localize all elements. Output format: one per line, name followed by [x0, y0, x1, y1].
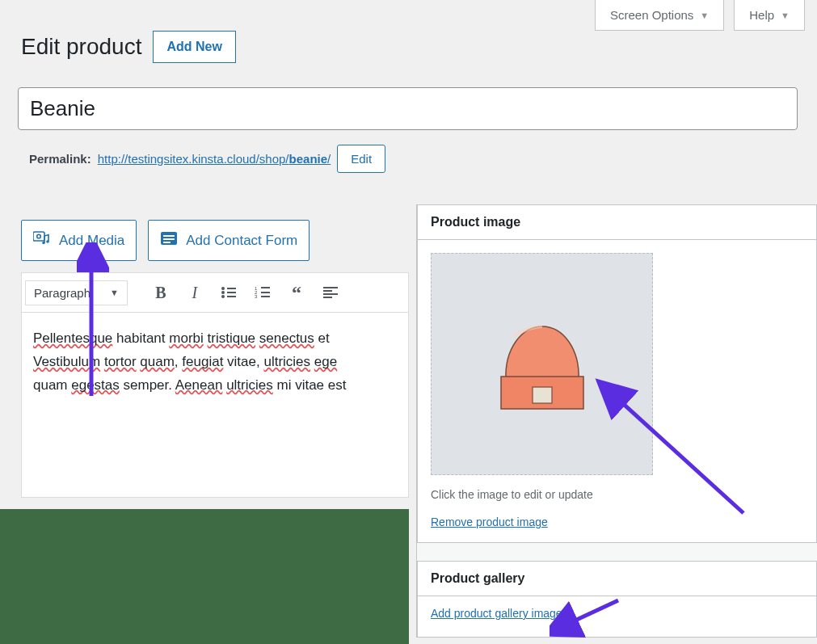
- product-gallery-panel: Product gallery Add product gallery imag…: [417, 561, 817, 638]
- editor-line: quam egestas semper. Aenean ultricies mi…: [33, 374, 397, 398]
- permalink-link[interactable]: http://testingsitex.kinsta.cloud/shop/be…: [98, 152, 331, 166]
- svg-rect-17: [261, 292, 270, 293]
- content-editor[interactable]: Pellentesque habitant morbi tristique se…: [21, 312, 409, 498]
- camera-music-icon: [33, 230, 51, 250]
- permalink-label: Permalink:: [29, 152, 91, 166]
- add-gallery-images-link[interactable]: Add product gallery images: [431, 607, 568, 620]
- help-label: Help: [749, 8, 774, 22]
- product-title-input[interactable]: [18, 87, 798, 130]
- blockquote-button[interactable]: “: [281, 278, 312, 307]
- svg-rect-7: [163, 242, 171, 243]
- svg-point-12: [221, 295, 225, 298]
- svg-rect-19: [261, 296, 270, 297]
- svg-point-8: [221, 287, 225, 290]
- chevron-down-icon: ▼: [781, 11, 790, 20]
- screen-options-tab[interactable]: Screen Options ▼: [595, 0, 724, 31]
- editor-line: Pellentesque habitant morbi tristique se…: [33, 327, 397, 351]
- product-image-heading: Product image: [418, 205, 816, 240]
- page-title: Edit product: [21, 34, 141, 60]
- editor-toolbar: Paragraph ▼ B I 123 “: [21, 272, 409, 312]
- svg-rect-15: [261, 287, 270, 288]
- add-media-label: Add Media: [59, 233, 124, 249]
- add-contact-form-button[interactable]: Add Contact Form: [148, 220, 310, 261]
- decorative-block: [0, 509, 409, 644]
- chevron-down-icon: ▼: [110, 288, 119, 297]
- beanie-icon: [482, 304, 603, 425]
- help-tab[interactable]: Help ▼: [734, 0, 805, 31]
- svg-rect-6: [163, 238, 175, 240]
- italic-button[interactable]: I: [179, 278, 210, 307]
- svg-rect-13: [227, 296, 236, 297]
- svg-rect-21: [323, 290, 332, 292]
- svg-rect-9: [227, 288, 236, 289]
- screen-options-label: Screen Options: [610, 8, 693, 22]
- product-image-panel: Product image Click the image to edit or…: [417, 204, 817, 543]
- svg-point-10: [221, 291, 225, 294]
- svg-rect-11: [227, 292, 236, 293]
- bold-button[interactable]: B: [145, 278, 176, 307]
- edit-permalink-button[interactable]: Edit: [337, 145, 385, 173]
- remove-product-image-link[interactable]: Remove product image: [431, 516, 548, 528]
- svg-point-3: [46, 240, 49, 243]
- product-image-thumbnail[interactable]: [431, 253, 653, 475]
- format-select-label: Paragraph: [34, 286, 91, 300]
- align-left-button[interactable]: [315, 278, 346, 307]
- svg-rect-5: [163, 235, 175, 237]
- svg-rect-24: [533, 387, 552, 403]
- format-select[interactable]: Paragraph ▼: [25, 280, 128, 305]
- product-image-help: Click the image to edit or update: [431, 488, 803, 501]
- svg-rect-22: [323, 293, 338, 295]
- chevron-down-icon: ▼: [700, 11, 709, 20]
- numbered-list-button[interactable]: 123: [247, 278, 278, 307]
- add-contact-form-label: Add Contact Form: [186, 233, 297, 249]
- svg-rect-23: [323, 297, 332, 298]
- form-icon: [160, 231, 178, 250]
- svg-point-2: [42, 242, 45, 245]
- svg-text:3: 3: [255, 294, 258, 299]
- add-new-button[interactable]: Add New: [153, 31, 235, 63]
- svg-point-1: [37, 234, 41, 238]
- svg-rect-20: [323, 287, 338, 288]
- bullet-list-button[interactable]: [213, 278, 244, 307]
- editor-line: Vestibulum tortor quam, feugiat vitae, u…: [33, 351, 397, 374]
- add-media-button[interactable]: Add Media: [21, 220, 137, 261]
- svg-rect-0: [33, 232, 44, 241]
- product-gallery-heading: Product gallery: [418, 562, 816, 596]
